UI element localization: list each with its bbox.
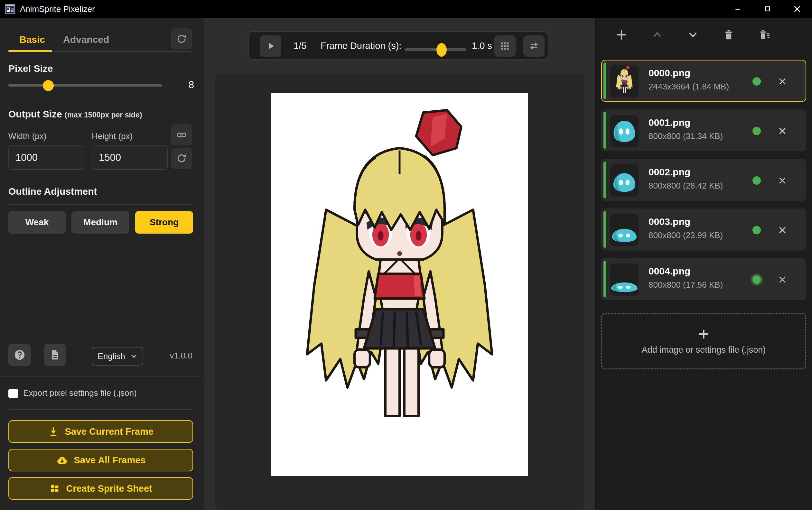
outline-weak-button[interactable]: Weak [8, 211, 66, 234]
status-dot [752, 275, 761, 284]
frame-duration-thumb[interactable] [436, 43, 447, 57]
move-frame-up-button[interactable] [647, 25, 667, 45]
save-all-frames-button[interactable]: Save All Frames [8, 449, 193, 471]
tab-basic[interactable]: Basic [19, 34, 45, 45]
close-button[interactable] [782, 0, 812, 18]
pixel-size-value: 8 [188, 79, 194, 91]
remove-frame-button[interactable] [776, 223, 789, 237]
app-icon [4, 3, 16, 15]
move-frame-down-button[interactable] [683, 25, 703, 45]
export-settings-checkbox[interactable] [8, 389, 18, 398]
remove-frame-button[interactable] [776, 273, 789, 287]
frame-thumbnail [610, 164, 639, 197]
active-tab-underline [8, 50, 52, 52]
document-icon [49, 349, 61, 361]
status-dot [752, 127, 761, 135]
frames-panel: 0000.png 2443x3664 (1.84 MB) 0001.png 80… [596, 18, 812, 510]
play-button[interactable] [260, 35, 281, 57]
frame-duration-slider[interactable] [405, 48, 466, 51]
language-select[interactable]: English [92, 347, 143, 365]
refresh-icon [176, 33, 187, 44]
docs-button[interactable] [44, 343, 66, 366]
frame-item-0001[interactable]: 0001.png 800x800 (31.34 KB) [601, 110, 806, 151]
remove-frame-button[interactable] [776, 124, 789, 138]
frame-filesize: 800x800 (31.34 KB) [648, 131, 723, 141]
close-icon [778, 225, 787, 235]
close-icon [778, 176, 787, 185]
frame-filename: 0000.png [648, 67, 690, 79]
status-accent-bar [604, 62, 606, 99]
chevron-up-icon [652, 29, 663, 40]
section-divider [0, 376, 204, 377]
create-sprite-sheet-button[interactable]: Create Sprite Sheet [8, 477, 193, 500]
outline-strong-button[interactable]: Strong [135, 211, 193, 234]
height-label: Height (px) [92, 131, 133, 141]
download-icon [48, 426, 59, 437]
height-input[interactable] [92, 145, 168, 170]
trash-all-icon [759, 29, 770, 40]
status-dot [752, 77, 761, 86]
add-image-dropzone[interactable]: + Add image or settings file (.json) [601, 313, 806, 369]
status-accent-bar [604, 161, 606, 198]
width-input[interactable] [8, 145, 84, 170]
frame-filesize: 800x800 (17.56 KB) [648, 280, 723, 290]
help-button[interactable] [8, 343, 31, 366]
frame-thumbnail [610, 264, 639, 296]
add-image-label: Add image or settings file (.json) [642, 345, 766, 355]
outline-heading: Outline Adjustment [8, 186, 97, 197]
link-dimensions-button[interactable] [171, 124, 192, 145]
status-accent-bar [604, 112, 606, 149]
create-sprite-sheet-label: Create Sprite Sheet [66, 483, 152, 494]
section-divider [8, 204, 193, 205]
reset-settings-button[interactable] [171, 28, 192, 50]
remove-frame-button[interactable] [776, 74, 789, 88]
add-frame-button[interactable] [611, 25, 632, 45]
preview-canvas [271, 93, 528, 476]
delete-all-frames-button[interactable] [754, 25, 775, 45]
frame-item-0004[interactable]: 0004.png 800x800 (17.56 KB) [601, 258, 806, 300]
version-label: v1.0.0 [170, 351, 193, 361]
close-icon [778, 275, 787, 284]
plus-icon: + [698, 328, 709, 340]
delete-frame-button[interactable] [718, 25, 739, 45]
frame-duration-label: Frame Duration (s): [321, 40, 401, 51]
canvas-frame [215, 74, 584, 510]
remove-frame-button[interactable] [776, 174, 789, 187]
frame-item-0002[interactable]: 0002.png 800x800 (28.42 KB) [601, 159, 806, 201]
status-accent-bar [604, 261, 606, 297]
tab-advanced[interactable]: Advanced [63, 34, 109, 45]
frame-item-0003[interactable]: 0003.png 800x800 (23.99 KB) [601, 209, 806, 250]
export-settings-label: Export pixel settings file (.json) [23, 388, 137, 398]
pixel-size-thumb[interactable] [43, 80, 54, 91]
output-size-heading: Output Size (max 1500px per side) [8, 109, 142, 120]
cloud-download-icon [56, 454, 68, 466]
grid-icon [499, 40, 511, 52]
reset-size-button[interactable] [171, 148, 192, 169]
frame-thumbnail [610, 65, 639, 97]
frames-toolbar [596, 25, 812, 45]
frame-filename: 0001.png [648, 117, 690, 128]
status-accent-bar [604, 211, 606, 248]
frame-filename: 0004.png [648, 266, 690, 277]
frame-filesize: 2443x3664 (1.84 MB) [648, 82, 729, 92]
frame-filename: 0003.png [648, 216, 690, 227]
save-current-frame-button[interactable]: Save Current Frame [8, 420, 193, 443]
frame-thumbnail [610, 115, 639, 147]
frame-duration-value: 1.0 s [472, 40, 492, 51]
language-value: English [97, 351, 125, 361]
pixel-size-slider[interactable] [8, 84, 162, 87]
settings-sidebar: Basic Advanced Pixel Size 8 Output Size … [0, 18, 204, 510]
outline-medium-button[interactable]: Medium [71, 211, 129, 234]
width-label: Width (px) [8, 131, 46, 141]
plus-icon [615, 28, 628, 41]
maximize-button[interactable] [753, 0, 782, 18]
status-dot [752, 226, 761, 234]
swap-arrows-icon [528, 40, 540, 52]
grid-view-button[interactable] [494, 35, 516, 57]
minimize-button[interactable] [723, 0, 753, 18]
compare-toggle-button[interactable] [523, 35, 545, 57]
trash-icon [723, 29, 734, 40]
sprite-sheet-icon [49, 483, 60, 494]
frame-filesize: 800x800 (23.99 KB) [648, 230, 723, 240]
frame-item-0000[interactable]: 0000.png 2443x3664 (1.84 MB) [601, 60, 806, 102]
